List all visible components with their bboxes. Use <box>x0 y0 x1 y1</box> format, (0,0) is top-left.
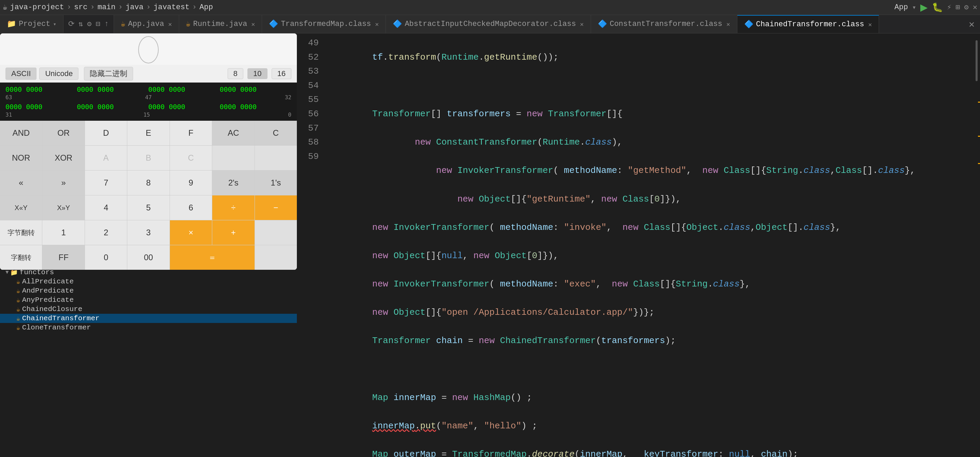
calc-btn-00[interactable]: 00 <box>127 245 169 270</box>
project-icon: ☕ <box>3 3 7 12</box>
line-num-56: 53 <box>297 65 319 79</box>
calc-btn-or[interactable]: OR <box>42 121 84 145</box>
calc-btn-minus[interactable]: − <box>255 195 297 220</box>
calc-btn-1[interactable]: 1 <box>42 220 84 245</box>
calc-btn-2[interactable]: 2 <box>85 220 127 245</box>
code-line-getruntime: new Object[]{"getRuntime", new Class[0]}… <box>329 192 968 207</box>
calc-btn-8[interactable]: 8 <box>127 171 169 195</box>
tab-app-java[interactable]: ☕ App.java ✕ <box>114 15 179 33</box>
binary-label-47: 47 <box>145 94 151 101</box>
toolbar-icon-4[interactable]: ⊟ <box>94 15 102 33</box>
settings-icon[interactable]: ⚙ <box>964 3 969 12</box>
dropdown-icon[interactable]: ▾ <box>53 21 56 28</box>
code-content[interactable]: tf.transform(Runtime.getRuntime()); Tran… <box>324 33 973 457</box>
line-numbers: 49 52 53 54 55 56 57 58 59 <box>297 33 324 457</box>
calc-base-16-button[interactable]: 16 <box>272 68 291 79</box>
calc-btn-b[interactable]: B <box>127 146 169 170</box>
scroll-thumb[interactable] <box>975 40 978 81</box>
calc-btn-9[interactable]: 9 <box>170 171 212 195</box>
tab-project[interactable]: 📁 Project ▾ <box>0 15 64 33</box>
calc-btn-and[interactable]: AND <box>0 121 42 145</box>
debug-button[interactable]: 🐛 <box>932 2 943 13</box>
tree-item-clonetransformer[interactable]: ☕ CloneTransformer <box>0 323 297 332</box>
calc-btn-xlshifty[interactable]: X«Y <box>0 195 42 220</box>
toolbar-icon-2[interactable]: ⇅ <box>76 15 85 33</box>
calc-btn-4[interactable]: 4 <box>85 195 127 220</box>
code-line-open: new Object[]{"open /Applications/Calcula… <box>329 306 968 320</box>
tab-chainedtransformer[interactable]: 🔷 ChainedTransformer.class ✕ <box>737 15 879 33</box>
tree-item-andpredicate[interactable]: ☕ AndPredicate <box>0 286 297 295</box>
calc-btn-f[interactable]: F <box>170 121 212 145</box>
tab-close-chained[interactable]: ✕ <box>868 21 872 28</box>
calc-btn-7[interactable]: 7 <box>85 171 127 195</box>
binary-row-2: 0000 0000 0000 0000 0000 0000 0000 0000 <box>5 103 291 111</box>
toolbar-icon-3[interactable]: ⚙ <box>85 15 94 33</box>
calc-btn-1s[interactable]: 1's <box>255 171 297 195</box>
calc-btn-nor[interactable]: NOR <box>0 146 42 170</box>
tab-transformedmap[interactable]: 🔷 TransformedMap.class ✕ <box>262 15 386 33</box>
calc-btn-equals[interactable]: ＝ <box>170 245 255 270</box>
tree-item-allpredicate[interactable]: ☕ AllPredicate <box>0 277 297 286</box>
run-button[interactable]: ▶ <box>920 2 928 13</box>
tab-close-abstract[interactable]: ✕ <box>580 21 584 28</box>
binary-row-1: 0000 0000 0000 0000 0000 0000 0000 0000 <box>5 85 291 94</box>
tab-constanttransformer[interactable]: 🔷 ConstantTransformer.class ✕ <box>591 15 737 33</box>
tab-close-constant[interactable]: ✕ <box>727 21 730 28</box>
calc-btn-d[interactable]: D <box>85 121 127 145</box>
calc-btn-xor[interactable]: XOR <box>42 146 84 170</box>
right-scrollbar[interactable] <box>973 33 980 457</box>
tree-label-allpredicate: AllPredicate <box>22 278 74 286</box>
calc-btn-c[interactable]: C <box>255 121 297 145</box>
calc-btn-multiply[interactable]: × <box>170 220 212 245</box>
calc-ascii-button[interactable]: ASCII <box>5 68 37 80</box>
binary-label-15: 15 <box>143 111 150 118</box>
binary-seg-5: 0000 0000 <box>5 103 42 111</box>
code-editor[interactable]: 49 52 53 54 55 56 57 58 59 tf.transform(… <box>297 33 973 457</box>
tree-item-chainedclosure[interactable]: ☕ ChainedClosure <box>0 305 297 314</box>
close-icon[interactable]: ✕ <box>973 3 977 12</box>
tab-close-runtime[interactable]: ✕ <box>251 21 255 28</box>
calc-btn-xrshifty[interactable]: X»Y <box>42 195 84 220</box>
calc-btn-byteflip[interactable]: 字节翻转 <box>0 220 42 245</box>
tree-label-chainedtransformer: ChainedTransformer <box>22 314 100 322</box>
calc-hide-binary-button[interactable]: 隐藏二进制 <box>84 67 133 81</box>
tree-item-chainedtransformer[interactable]: ☕ ChainedTransformer <box>0 314 297 323</box>
calc-btn-5[interactable]: 5 <box>127 195 169 220</box>
dropdown-icon[interactable]: ▾ <box>912 3 916 11</box>
tab-runtime[interactable]: ☕ Runtime.java ✕ <box>179 15 262 33</box>
calc-btn-ac[interactable]: AC <box>212 121 254 145</box>
calc-btn-wordflip[interactable]: 字翻转 <box>0 245 42 270</box>
calc-btn-a[interactable]: A <box>85 146 127 170</box>
calc-btn-divide[interactable]: ÷ <box>212 195 254 220</box>
calc-btn-lshift[interactable]: « <box>0 171 42 195</box>
calc-btn-plus[interactable]: + <box>212 220 254 245</box>
calc-btn-e[interactable]: E <box>127 121 169 145</box>
binary-label-31: 31 <box>5 111 12 118</box>
calc-btn-0[interactable]: 0 <box>85 245 127 270</box>
tab-overflow[interactable]: ✕ <box>963 15 980 33</box>
calc-binary-display: 0000 0000 0000 0000 0000 0000 0000 0000 … <box>0 83 297 121</box>
tab-close-app[interactable]: ✕ <box>168 21 172 28</box>
calc-btn-6[interactable]: 6 <box>170 195 212 220</box>
code-line-blank1 <box>329 79 968 93</box>
toolbar-icon-1[interactable]: ⟳ <box>66 15 76 33</box>
calc-btn-ff[interactable]: FF <box>42 245 84 270</box>
calc-btn-3[interactable]: 3 <box>127 220 169 245</box>
tab-label-transformedmap: TransformedMap.class <box>281 20 371 28</box>
calc-btn-2s[interactable]: 2's <box>212 171 254 195</box>
tab-close-transformedmap[interactable]: ✕ <box>375 21 379 28</box>
tab-label-abstract: AbstractInputCheckedMapDecorator.class <box>405 20 576 28</box>
toolbar-icon-5[interactable]: ↑ <box>102 15 111 33</box>
calc-base-8-button[interactable]: 8 <box>228 68 243 79</box>
calc-unicode-button[interactable]: Unicode <box>39 68 78 80</box>
calc-base-10-button[interactable]: 10 <box>247 68 267 79</box>
tab-abstractinput[interactable]: 🔷 AbstractInputCheckedMapDecorator.class… <box>386 15 591 33</box>
app-label: App <box>894 3 908 11</box>
more-actions[interactable]: ⚡ <box>947 3 951 12</box>
tree-item-anypredicate[interactable]: ☕ AnyPredicate <box>0 295 297 305</box>
class-icon-clonetransformer: ☕ <box>16 324 20 332</box>
calc-btn-rshift[interactable]: » <box>42 171 84 195</box>
calc-btn-c2[interactable]: C <box>170 146 212 170</box>
line-num-59: 56 <box>297 107 319 121</box>
layout-icon[interactable]: ⊞ <box>955 3 960 12</box>
